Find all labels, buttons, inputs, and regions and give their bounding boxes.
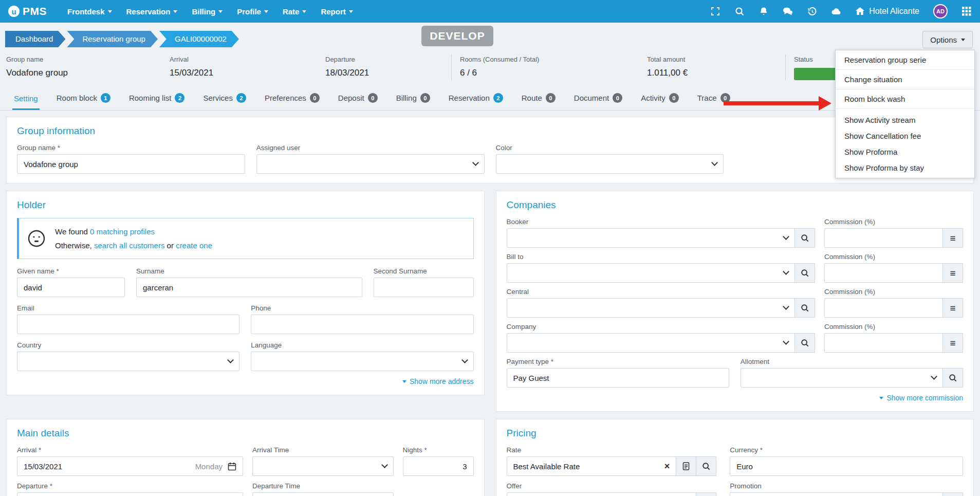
bill-to-search-button[interactable] — [794, 263, 815, 283]
bill-to-commission-menu-button[interactable]: ≡ — [942, 263, 963, 283]
breadcrumb-dashboard[interactable]: Dashboard — [5, 31, 65, 47]
tab-count-badge: 0 — [669, 93, 679, 103]
menu-item-show-cancellation-fee[interactable]: Show Cancellation fee — [836, 128, 974, 144]
chevron-down-icon — [472, 159, 479, 166]
central-row: Central Commission (%) ≡ — [507, 288, 964, 318]
tab-route[interactable]: Route0 — [520, 88, 557, 110]
tab-deposit[interactable]: Deposit0 — [337, 88, 379, 110]
language-select[interactable] — [251, 352, 473, 371]
pricing-card: Pricing Rate Best Available Rate × Curre… — [496, 419, 974, 496]
tab-document[interactable]: Document0 — [572, 88, 624, 110]
tab-preferences[interactable]: Preferences0 — [263, 88, 321, 110]
hotel-selector[interactable]: Hotel Alicante — [855, 7, 919, 16]
rate-input[interactable]: Best Available Rate × — [507, 456, 677, 476]
promotion-search-button[interactable] — [942, 492, 963, 496]
breadcrumb-reservation-group[interactable]: Reservation group — [67, 31, 158, 47]
tab-reservation[interactable]: Reservation2 — [447, 88, 505, 110]
tab-room-block[interactable]: Room block1 — [55, 88, 112, 110]
bill-to-select[interactable] — [507, 263, 796, 283]
avatar[interactable]: AD — [933, 4, 948, 19]
surname-input[interactable] — [136, 278, 362, 297]
tab-activity[interactable]: Activity0 — [639, 88, 680, 110]
red-annotation-arrow — [724, 101, 826, 105]
central-select[interactable] — [507, 298, 796, 318]
notifications-bell-icon[interactable] — [759, 6, 769, 16]
menu-billing[interactable]: Billing — [184, 0, 230, 23]
company-select[interactable] — [507, 333, 796, 353]
clear-icon[interactable]: × — [660, 461, 670, 472]
menu-item-room-block-wash[interactable]: Room block wash — [836, 89, 974, 109]
calendar-icon[interactable] — [228, 462, 236, 471]
show-more-commission-link[interactable]: Show more commission — [507, 394, 964, 402]
pms-logo[interactable]: u PMS — [8, 5, 47, 17]
currency-input[interactable] — [730, 456, 963, 476]
chevron-down-icon — [108, 10, 112, 15]
offer-select[interactable] — [507, 492, 697, 496]
tab-setting[interactable]: Setting — [12, 89, 40, 110]
menu-rate[interactable]: Rate — [275, 0, 314, 23]
tab-services[interactable]: Services2 — [201, 88, 248, 110]
payment-type-input[interactable] — [507, 368, 729, 388]
menu-item-show-activity-stream[interactable]: Show Activity stream — [836, 112, 974, 128]
fullscreen-icon[interactable] — [710, 6, 720, 16]
create-one-link[interactable]: create one — [176, 241, 212, 250]
apps-grid-icon[interactable] — [961, 6, 972, 16]
color-select[interactable] — [496, 154, 724, 174]
departure-time-select[interactable] — [252, 492, 394, 496]
booker-search-button[interactable] — [794, 228, 815, 248]
booker-select[interactable] — [507, 228, 796, 248]
email-field: Email — [17, 304, 239, 334]
menu-item-change-situation[interactable]: Change situation — [836, 70, 974, 89]
second-surname-input[interactable] — [374, 278, 474, 297]
language-field: Language — [251, 341, 473, 371]
company-commission-input[interactable] — [824, 333, 943, 353]
group-name-input[interactable] — [17, 154, 245, 174]
options-button[interactable]: Options — [922, 31, 973, 48]
offer-search-button[interactable] — [696, 492, 716, 496]
history-icon[interactable] — [807, 6, 817, 16]
company-search-button[interactable] — [794, 333, 815, 353]
menu-report[interactable]: Report — [313, 0, 360, 23]
menu-profile[interactable]: Profile — [230, 0, 275, 23]
email-input[interactable] — [17, 315, 239, 334]
assigned-user-select[interactable] — [256, 154, 485, 174]
rate-search-button[interactable] — [696, 456, 716, 476]
promotion-select[interactable] — [730, 492, 943, 496]
phone-input[interactable] — [251, 315, 473, 334]
menu-frontdesk[interactable]: Frontdesk — [60, 0, 119, 23]
search-icon[interactable] — [734, 6, 745, 16]
departure-date-input[interactable]: 18/03/2021 Thursday — [17, 492, 243, 496]
country-select[interactable] — [17, 352, 239, 371]
central-commission-menu-button[interactable]: ≡ — [942, 298, 963, 318]
menu-item-show-proforma[interactable]: Show Proforma — [836, 144, 974, 160]
arrival-date-input[interactable]: 15/03/2021 Monday — [17, 456, 243, 476]
bill-to-commission-input[interactable] — [824, 263, 943, 283]
pms-logo-icon: u — [8, 6, 20, 17]
arrival-time-select[interactable] — [252, 456, 394, 476]
breadcrumb-group-code[interactable]: GALI00000002 — [159, 31, 239, 47]
tab-billing[interactable]: Billing0 — [395, 88, 432, 110]
chevron-down-icon — [264, 10, 268, 15]
tab-rooming-list[interactable]: Rooming list2 — [127, 88, 187, 110]
menu-item-reservation-group-serie[interactable]: Reservation group serie — [836, 50, 974, 70]
cloud-icon[interactable] — [831, 6, 841, 16]
chat-icon[interactable] — [783, 6, 793, 16]
search-all-customers-link[interactable]: search all customers — [94, 241, 165, 250]
show-more-address-link[interactable]: Show more address — [17, 377, 474, 385]
central-search-button[interactable] — [794, 298, 815, 318]
central-commission-input[interactable] — [824, 298, 943, 318]
menu-reservation[interactable]: Reservation — [119, 0, 185, 23]
given-name-input[interactable] — [17, 278, 125, 297]
tab-trace[interactable]: Trace0 — [696, 88, 732, 110]
company-commission-menu-button[interactable]: ≡ — [942, 333, 963, 353]
booker-commission-input[interactable] — [824, 228, 943, 248]
allotment-search-button[interactable] — [942, 368, 963, 388]
hotel-name: Hotel Alicante — [869, 7, 919, 16]
matching-profiles-link[interactable]: 0 matching profiles — [90, 227, 155, 236]
booker-commission-menu-button[interactable]: ≡ — [942, 228, 963, 248]
rate-detail-button[interactable] — [676, 456, 696, 476]
allotment-select[interactable] — [741, 368, 943, 388]
menu-item-show-proforma-by-stay[interactable]: Show Proforma by stay — [836, 160, 974, 176]
nights-input[interactable]: 3 — [403, 456, 474, 476]
offer-field: Offer — [507, 482, 717, 496]
